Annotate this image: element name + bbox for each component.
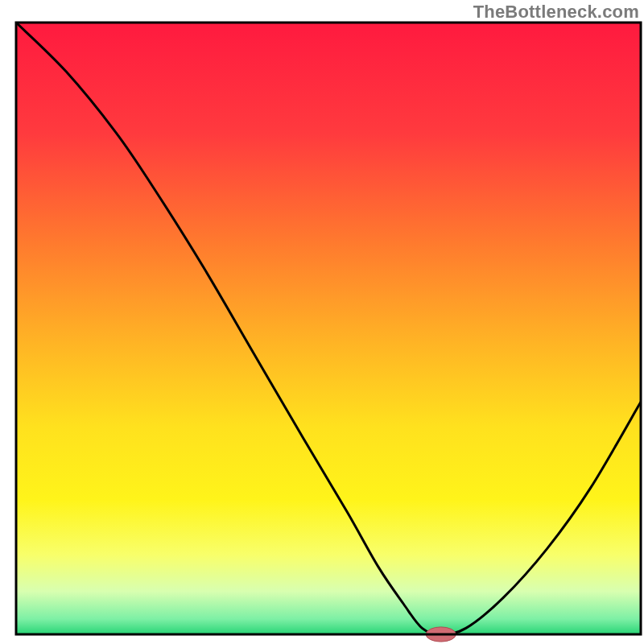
gradient-background (16, 23, 641, 634)
bottleneck-chart: TheBottleneck.com (0, 0, 644, 644)
chart-svg (0, 0, 644, 644)
attribution-label: TheBottleneck.com (473, 2, 639, 23)
